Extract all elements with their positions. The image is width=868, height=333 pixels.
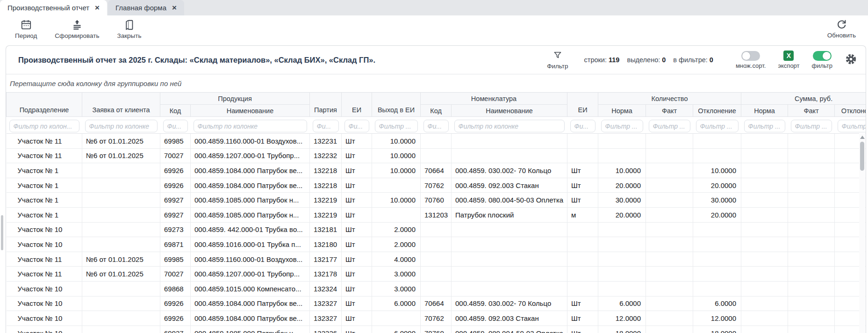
table-row[interactable]: Участок № 169926000.4859.1084.000 Патруб… xyxy=(7,178,867,193)
cell xyxy=(788,178,835,193)
cell: 10.0000 xyxy=(372,134,421,149)
table-row[interactable]: Участок № 1069273000.4859. 442.000-01 Тр… xyxy=(7,222,867,237)
column-filter-input[interactable] xyxy=(9,120,79,132)
table-row[interactable]: Участок № 1069926000.4859.1084.000 Патру… xyxy=(7,296,867,311)
column-header[interactable]: Заявка от клиента xyxy=(82,93,160,117)
cell xyxy=(693,252,741,267)
filter-button[interactable]: Фильтр xyxy=(547,51,568,70)
cell xyxy=(788,296,835,311)
table-row[interactable]: Участок № 11№6 от 01.01.202570027000.485… xyxy=(7,148,867,163)
cell: Шт xyxy=(342,267,372,282)
cell: Шт xyxy=(342,178,372,193)
generate-icon xyxy=(71,19,83,31)
column-header[interactable]: Код xyxy=(160,105,191,117)
column-filter-input[interactable] xyxy=(375,120,418,132)
filter-row xyxy=(7,117,867,134)
cell: Шт xyxy=(342,237,372,252)
generate-button[interactable]: Сформировать xyxy=(50,18,104,40)
column-header[interactable]: Отклонение xyxy=(693,105,741,117)
multisort-toggle[interactable]: множ.сорт. xyxy=(736,51,766,69)
cell xyxy=(452,222,567,237)
column-filter-input[interactable] xyxy=(163,120,188,132)
cell: 70027 xyxy=(160,148,191,163)
cell: 000.4859. 092.003 Стакан xyxy=(452,178,567,193)
column-filter-input[interactable] xyxy=(696,120,739,132)
refresh-button[interactable]: Обновить xyxy=(823,18,861,40)
table-row[interactable]: Участок № 169926000.4859.1084.000 Патруб… xyxy=(7,163,867,178)
close-button[interactable]: Закрыть xyxy=(113,18,146,40)
column-filter-input[interactable] xyxy=(454,120,565,132)
table-row[interactable]: Участок № 169927000.4859.1085.000 Патруб… xyxy=(7,207,867,222)
column-header[interactable]: Код xyxy=(421,105,452,117)
cell: 20.0000 xyxy=(693,178,741,193)
table-row[interactable]: Участок № 11№6 от 01.01.202570027000.485… xyxy=(7,267,867,282)
table-row[interactable]: Участок № 11№6 от 01.01.202569985000.485… xyxy=(7,134,867,149)
table-row[interactable]: Участок № 1069927000.4859.1085.000 Патру… xyxy=(7,326,867,333)
column-header[interactable]: Отклонение xyxy=(835,105,866,117)
cell xyxy=(788,134,835,149)
column-filter-input[interactable] xyxy=(570,120,595,132)
column-filter-input[interactable] xyxy=(838,120,866,132)
table-row[interactable]: Участок № 11№6 от 01.01.202569985000.485… xyxy=(7,252,867,267)
column-filter-input[interactable] xyxy=(85,120,158,132)
cell: Шт xyxy=(342,311,372,326)
table-row[interactable]: Участок № 1069868000.4859.1015.000 Компе… xyxy=(7,281,867,296)
cell xyxy=(646,252,693,267)
column-filter-input[interactable] xyxy=(791,120,832,132)
column-filter-input[interactable] xyxy=(423,120,449,132)
cell xyxy=(788,222,835,237)
cell xyxy=(741,311,788,326)
column-header[interactable]: Факт xyxy=(788,105,835,117)
tab-production-report[interactable]: Производственный отчет × xyxy=(0,0,107,15)
cell: 000.4859.1084.000 Патрубок ве... xyxy=(191,178,310,193)
export-button[interactable]: X экспорт xyxy=(778,51,799,69)
column-header[interactable]: ЕИ xyxy=(342,93,372,117)
left-scrollbar-thumb[interactable] xyxy=(1,215,3,250)
tab-main-form[interactable]: Главная форма × xyxy=(108,0,184,15)
cell xyxy=(598,134,646,149)
vertical-scrollbar[interactable] xyxy=(859,133,865,333)
column-header[interactable]: Наименование xyxy=(452,105,567,117)
table-row[interactable]: Участок № 1069871000.4859.1016.000-01 Тр… xyxy=(7,237,867,252)
column-filter-input[interactable] xyxy=(601,120,643,132)
cell xyxy=(567,252,598,267)
group-drop-zone[interactable]: Перетащите сюда колонку для группировки … xyxy=(6,74,866,92)
cell xyxy=(372,311,421,326)
cell: 18.0000 xyxy=(598,326,646,333)
scroll-up-arrow-icon[interactable] xyxy=(860,136,865,139)
column-filter-input[interactable] xyxy=(344,120,369,132)
cell: 69273 xyxy=(160,222,191,237)
scrollbar-thumb[interactable] xyxy=(860,142,864,171)
cell: №6 от 01.01.2025 xyxy=(82,134,160,149)
column-header[interactable]: ЕИ xyxy=(567,93,598,117)
tab-close-icon[interactable]: × xyxy=(95,4,100,12)
column-filter-input[interactable] xyxy=(313,120,339,132)
column-filter-input[interactable] xyxy=(194,120,307,132)
generate-button-label: Сформировать xyxy=(55,32,99,39)
cell xyxy=(693,237,741,252)
cell: Шт xyxy=(342,207,372,222)
filter-cell xyxy=(567,117,598,134)
cell: 000.4859.1084.000 Патрубок ве... xyxy=(191,311,310,326)
column-header[interactable]: Факт xyxy=(646,105,693,117)
table-row[interactable]: Участок № 1069926000.4859.1084.000 Патру… xyxy=(7,311,867,326)
filter-cell xyxy=(788,117,835,134)
filter-cell xyxy=(741,117,788,134)
period-button[interactable]: Период xyxy=(10,18,42,40)
column-header[interactable]: Подразделение xyxy=(7,93,82,117)
settings-button[interactable] xyxy=(845,53,857,67)
cell: 132178 xyxy=(310,267,342,282)
table-row[interactable]: Участок № 169927000.4859.1085.000 Патруб… xyxy=(7,193,867,208)
cell xyxy=(567,222,598,237)
column-filter-input[interactable] xyxy=(744,120,785,132)
cell xyxy=(82,178,160,193)
column-header[interactable]: Наименование xyxy=(191,105,310,117)
filter-toggle[interactable]: фильтр xyxy=(812,51,832,69)
column-header[interactable]: Норма xyxy=(598,105,646,117)
tab-close-icon[interactable]: × xyxy=(172,4,177,12)
cell: Шт xyxy=(567,178,598,193)
column-filter-input[interactable] xyxy=(649,120,690,132)
column-header[interactable]: Партия xyxy=(310,93,342,117)
column-header[interactable]: Норма xyxy=(741,105,788,117)
column-header[interactable]: Выход в ЕИ xyxy=(372,93,421,117)
